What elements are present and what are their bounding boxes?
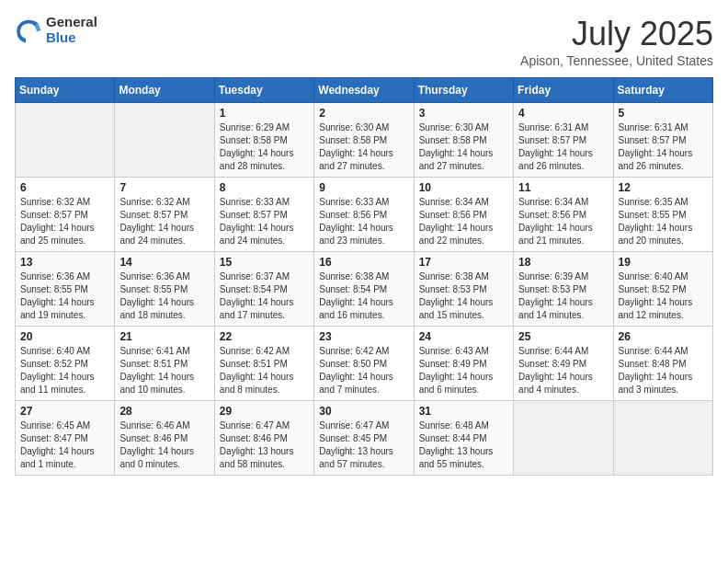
day-number: 6: [20, 181, 109, 194]
calendar-cell: 12Sunrise: 6:35 AMSunset: 8:55 PMDayligh…: [613, 178, 712, 252]
day-number: 30: [319, 405, 408, 418]
day-info: Sunrise: 6:30 AMSunset: 8:58 PMDaylight:…: [319, 121, 408, 173]
calendar-header-row: SundayMondayTuesdayWednesdayThursdayFrid…: [16, 78, 713, 103]
day-info: Sunrise: 6:32 AMSunset: 8:57 PMDaylight:…: [20, 196, 109, 247]
calendar-cell: 18Sunrise: 6:39 AMSunset: 8:53 PMDayligh…: [514, 252, 613, 327]
calendar-cell: 25Sunrise: 6:44 AMSunset: 8:49 PMDayligh…: [514, 327, 613, 401]
calendar-week-row: 1Sunrise: 6:29 AMSunset: 8:58 PMDaylight…: [16, 103, 713, 178]
calendar-cell: 5Sunrise: 6:31 AMSunset: 8:57 PMDaylight…: [613, 103, 712, 178]
calendar-week-row: 6Sunrise: 6:32 AMSunset: 8:57 PMDaylight…: [16, 178, 713, 252]
day-info: Sunrise: 6:33 AMSunset: 8:56 PMDaylight:…: [319, 196, 408, 247]
calendar-cell: 23Sunrise: 6:42 AMSunset: 8:50 PMDayligh…: [314, 327, 414, 401]
day-info: Sunrise: 6:40 AMSunset: 8:52 PMDaylight:…: [619, 270, 708, 322]
day-info: Sunrise: 6:48 AMSunset: 8:44 PMDaylight:…: [419, 419, 508, 471]
day-number: 23: [319, 330, 408, 343]
day-info: Sunrise: 6:34 AMSunset: 8:56 PMDaylight:…: [518, 196, 608, 247]
day-number: 1: [220, 107, 309, 120]
day-info: Sunrise: 6:40 AMSunset: 8:52 PMDaylight:…: [20, 345, 109, 396]
calendar-cell: 29Sunrise: 6:47 AMSunset: 8:46 PMDayligh…: [214, 401, 313, 476]
day-info: Sunrise: 6:45 AMSunset: 8:47 PMDaylight:…: [20, 419, 109, 471]
calendar-day-header: Sunday: [16, 78, 115, 103]
day-number: 2: [319, 107, 408, 120]
calendar-day-header: Wednesday: [314, 78, 414, 103]
calendar-day-header: Saturday: [613, 78, 712, 103]
day-number: 21: [119, 330, 209, 343]
calendar-cell: 8Sunrise: 6:33 AMSunset: 8:57 PMDaylight…: [214, 178, 313, 252]
day-info: Sunrise: 6:39 AMSunset: 8:53 PMDaylight:…: [518, 270, 608, 322]
calendar-cell: 3Sunrise: 6:30 AMSunset: 8:58 PMDaylight…: [414, 103, 513, 178]
day-number: 29: [220, 405, 309, 418]
calendar-day-header: Thursday: [414, 78, 513, 103]
calendar-cell: 21Sunrise: 6:41 AMSunset: 8:51 PMDayligh…: [115, 327, 214, 401]
day-info: Sunrise: 6:46 AMSunset: 8:46 PMDaylight:…: [119, 419, 209, 471]
page-header: General Blue July 2025 Apison, Tennessee…: [15, 15, 713, 68]
calendar-day-header: Monday: [115, 78, 214, 103]
calendar-cell: [514, 401, 613, 476]
day-info: Sunrise: 6:41 AMSunset: 8:51 PMDaylight:…: [119, 345, 209, 396]
day-number: 26: [619, 330, 708, 343]
day-number: 27: [20, 405, 109, 418]
calendar-week-row: 13Sunrise: 6:36 AMSunset: 8:55 PMDayligh…: [16, 252, 713, 327]
calendar-cell: 11Sunrise: 6:34 AMSunset: 8:56 PMDayligh…: [514, 178, 613, 252]
calendar-cell: 31Sunrise: 6:48 AMSunset: 8:44 PMDayligh…: [414, 401, 513, 476]
month-title: July 2025: [520, 15, 713, 53]
calendar-cell: 2Sunrise: 6:30 AMSunset: 8:58 PMDaylight…: [314, 103, 414, 178]
day-info: Sunrise: 6:30 AMSunset: 8:58 PMDaylight:…: [419, 121, 508, 173]
calendar-cell: 13Sunrise: 6:36 AMSunset: 8:55 PMDayligh…: [16, 252, 115, 327]
calendar-cell: 9Sunrise: 6:33 AMSunset: 8:56 PMDaylight…: [314, 178, 414, 252]
calendar-cell: [613, 401, 712, 476]
calendar-day-header: Tuesday: [214, 78, 313, 103]
calendar-cell: 16Sunrise: 6:38 AMSunset: 8:54 PMDayligh…: [314, 252, 414, 327]
logo-blue: Blue: [46, 30, 97, 46]
calendar-cell: 4Sunrise: 6:31 AMSunset: 8:57 PMDaylight…: [514, 103, 613, 178]
calendar-cell: [16, 103, 115, 178]
day-number: 5: [619, 107, 708, 120]
day-number: 8: [220, 181, 309, 194]
day-number: 17: [419, 256, 508, 269]
calendar-cell: 24Sunrise: 6:43 AMSunset: 8:49 PMDayligh…: [414, 327, 513, 401]
calendar-cell: 22Sunrise: 6:42 AMSunset: 8:51 PMDayligh…: [214, 327, 313, 401]
day-number: 10: [419, 181, 508, 194]
day-number: 19: [619, 256, 708, 269]
calendar-week-row: 27Sunrise: 6:45 AMSunset: 8:47 PMDayligh…: [16, 401, 713, 476]
calendar-day-header: Friday: [514, 78, 613, 103]
calendar-cell: 26Sunrise: 6:44 AMSunset: 8:48 PMDayligh…: [613, 327, 712, 401]
day-info: Sunrise: 6:47 AMSunset: 8:45 PMDaylight:…: [319, 419, 408, 471]
day-info: Sunrise: 6:31 AMSunset: 8:57 PMDaylight:…: [619, 121, 708, 173]
day-number: 14: [119, 256, 209, 269]
calendar-cell: 20Sunrise: 6:40 AMSunset: 8:52 PMDayligh…: [16, 327, 115, 401]
logo-general: General: [46, 15, 97, 30]
calendar-cell: 28Sunrise: 6:46 AMSunset: 8:46 PMDayligh…: [115, 401, 214, 476]
day-info: Sunrise: 6:44 AMSunset: 8:49 PMDaylight:…: [518, 345, 608, 396]
day-info: Sunrise: 6:38 AMSunset: 8:53 PMDaylight:…: [419, 270, 508, 322]
day-number: 22: [220, 330, 309, 343]
day-info: Sunrise: 6:38 AMSunset: 8:54 PMDaylight:…: [319, 270, 408, 322]
day-number: 4: [518, 107, 608, 120]
day-number: 11: [518, 181, 608, 194]
day-number: 16: [319, 256, 408, 269]
calendar: SundayMondayTuesdayWednesdayThursdayFrid…: [15, 77, 713, 476]
calendar-cell: 1Sunrise: 6:29 AMSunset: 8:58 PMDaylight…: [214, 103, 313, 178]
day-number: 12: [619, 181, 708, 194]
calendar-cell: [115, 103, 214, 178]
calendar-cell: 30Sunrise: 6:47 AMSunset: 8:45 PMDayligh…: [314, 401, 414, 476]
calendar-cell: 10Sunrise: 6:34 AMSunset: 8:56 PMDayligh…: [414, 178, 513, 252]
day-info: Sunrise: 6:32 AMSunset: 8:57 PMDaylight:…: [119, 196, 209, 247]
location-title: Apison, Tennessee, United States: [520, 53, 713, 68]
calendar-cell: 27Sunrise: 6:45 AMSunset: 8:47 PMDayligh…: [16, 401, 115, 476]
calendar-cell: 14Sunrise: 6:36 AMSunset: 8:55 PMDayligh…: [115, 252, 214, 327]
calendar-cell: 6Sunrise: 6:32 AMSunset: 8:57 PMDaylight…: [16, 178, 115, 252]
day-info: Sunrise: 6:29 AMSunset: 8:58 PMDaylight:…: [220, 121, 309, 173]
day-info: Sunrise: 6:31 AMSunset: 8:57 PMDaylight:…: [518, 121, 608, 173]
calendar-cell: 7Sunrise: 6:32 AMSunset: 8:57 PMDaylight…: [115, 178, 214, 252]
day-info: Sunrise: 6:37 AMSunset: 8:54 PMDaylight:…: [220, 270, 309, 322]
logo-icon: [15, 17, 42, 44]
title-area: July 2025 Apison, Tennessee, United Stat…: [520, 15, 713, 68]
day-info: Sunrise: 6:42 AMSunset: 8:50 PMDaylight:…: [319, 345, 408, 396]
day-info: Sunrise: 6:36 AMSunset: 8:55 PMDaylight:…: [20, 270, 109, 322]
day-info: Sunrise: 6:47 AMSunset: 8:46 PMDaylight:…: [220, 419, 309, 471]
logo: General Blue: [15, 15, 97, 45]
day-info: Sunrise: 6:36 AMSunset: 8:55 PMDaylight:…: [119, 270, 209, 322]
day-number: 31: [419, 405, 508, 418]
day-number: 18: [518, 256, 608, 269]
